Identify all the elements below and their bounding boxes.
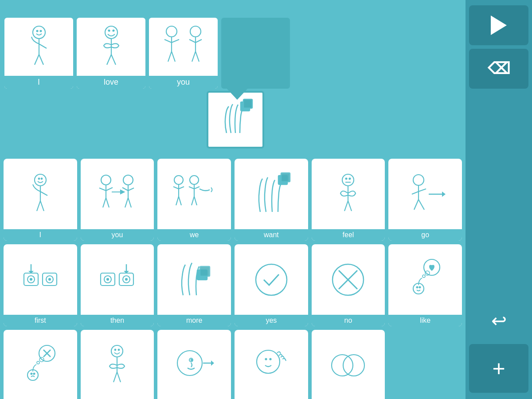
- back-button[interactable]: ↩: [469, 301, 528, 340]
- grid-card-together[interactable]: together: [312, 330, 385, 399]
- svg-point-79: [256, 264, 287, 295]
- svg-point-28: [101, 175, 111, 185]
- add-button[interactable]: +: [469, 344, 528, 393]
- svg-point-50: [349, 178, 351, 179]
- svg-point-71: [107, 278, 109, 280]
- svg-marker-60: [442, 192, 446, 197]
- grid-card-empty: [388, 330, 462, 399]
- svg-line-53: [344, 201, 348, 211]
- grid-card-yes[interactable]: yes: [235, 244, 308, 326]
- grid-card-more[interactable]: more: [157, 244, 231, 326]
- svg-line-15: [172, 51, 175, 62]
- sentence-card-i[interactable]: I: [4, 18, 73, 89]
- grid-label-feel: feel: [312, 229, 385, 241]
- svg-point-1: [36, 30, 38, 31]
- grid-card-then[interactable]: then: [81, 244, 154, 326]
- svg-line-34: [125, 198, 128, 207]
- delete-button[interactable]: ⌫: [469, 49, 528, 89]
- svg-line-57: [414, 200, 419, 210]
- svg-point-42: [190, 176, 199, 184]
- svg-line-102: [117, 372, 121, 382]
- delete-icon: ⌫: [488, 59, 510, 78]
- svg-point-23: [39, 178, 40, 179]
- add-icon: +: [492, 357, 505, 379]
- svg-point-55: [413, 175, 424, 185]
- svg-marker-37: [121, 190, 124, 194]
- svg-line-45: [194, 196, 197, 205]
- svg-point-49: [346, 178, 347, 179]
- svg-point-111: [332, 355, 353, 376]
- svg-rect-21: [243, 99, 252, 108]
- symbol-grid: I you: [0, 155, 466, 399]
- play-button[interactable]: [469, 5, 528, 45]
- svg-point-7: [108, 30, 110, 31]
- grid-card-i[interactable]: I: [4, 159, 77, 241]
- grid-card-dislike[interactable]: dislike: [4, 330, 77, 399]
- svg-point-22: [35, 174, 46, 186]
- grid-card-go[interactable]: go: [388, 159, 462, 241]
- back-arrow-icon: ↩: [491, 310, 507, 332]
- sentence-card-you[interactable]: you: [149, 18, 218, 89]
- play-icon: [491, 16, 507, 35]
- sentence-label-love: love: [77, 76, 145, 89]
- arrow-indicator: [225, 86, 250, 100]
- svg-marker-107: [211, 360, 214, 366]
- svg-point-88: [419, 286, 421, 288]
- right-panel: ⌫ ↩ +: [466, 0, 532, 399]
- svg-point-90: [37, 361, 39, 364]
- grid-label-go: go: [388, 229, 462, 241]
- svg-point-105: [191, 359, 192, 360]
- svg-line-19: [196, 51, 199, 62]
- grid-card-first[interactable]: first: [4, 244, 77, 326]
- grid-card-want[interactable]: want: [235, 159, 308, 241]
- svg-line-54: [348, 201, 352, 211]
- svg-line-26: [37, 201, 40, 211]
- svg-point-99: [118, 349, 120, 350]
- svg-point-63: [30, 278, 32, 280]
- svg-point-48: [342, 174, 354, 186]
- svg-point-96: [33, 373, 35, 374]
- svg-point-38: [174, 176, 183, 184]
- grid-card-hello[interactable]: hello: [235, 330, 308, 399]
- svg-line-14: [168, 51, 172, 62]
- svg-line-30: [103, 198, 106, 207]
- svg-point-109: [265, 358, 266, 360]
- grid-label-we: we: [157, 229, 231, 241]
- sentence-card-love[interactable]: love: [77, 18, 145, 89]
- svg-point-16: [190, 26, 201, 37]
- grid-label-more: more: [157, 315, 231, 326]
- svg-point-97: [111, 345, 123, 357]
- sentence-bar: I love: [0, 0, 466, 89]
- svg-line-31: [106, 198, 109, 207]
- grid-card-no[interactable]: no: [312, 244, 385, 326]
- svg-point-110: [270, 358, 271, 360]
- svg-line-35: [128, 198, 131, 207]
- grid-label-i: I: [4, 229, 77, 241]
- svg-point-0: [33, 26, 45, 39]
- svg-line-40: [176, 196, 179, 205]
- grid-card-like[interactable]: like: [388, 244, 462, 326]
- svg-point-24: [41, 178, 43, 179]
- svg-line-101: [113, 372, 117, 382]
- grid-card-look[interactable]: look: [157, 330, 231, 399]
- grid-label-no: no: [312, 315, 385, 326]
- grid-label-first: first: [4, 315, 77, 326]
- svg-line-10: [107, 55, 111, 65]
- svg-point-74: [125, 278, 127, 280]
- sentence-placeholder: [221, 18, 290, 89]
- grid-card-we[interactable]: we: [157, 159, 231, 241]
- sentence-label-you: you: [149, 76, 218, 89]
- svg-point-6: [105, 26, 117, 39]
- svg-line-58: [419, 200, 424, 210]
- svg-line-4: [35, 55, 39, 65]
- grid-card-love2[interactable]: love: [81, 330, 154, 399]
- grid-label-then: then: [81, 315, 154, 326]
- grid-label-you: you: [81, 229, 154, 241]
- svg-point-8: [113, 30, 114, 31]
- grid-card-you[interactable]: you: [81, 159, 154, 241]
- grid-card-feel[interactable]: feel: [312, 159, 385, 241]
- svg-point-84: [422, 275, 425, 278]
- svg-point-103: [177, 351, 202, 376]
- svg-line-44: [192, 196, 194, 205]
- svg-point-87: [417, 286, 418, 288]
